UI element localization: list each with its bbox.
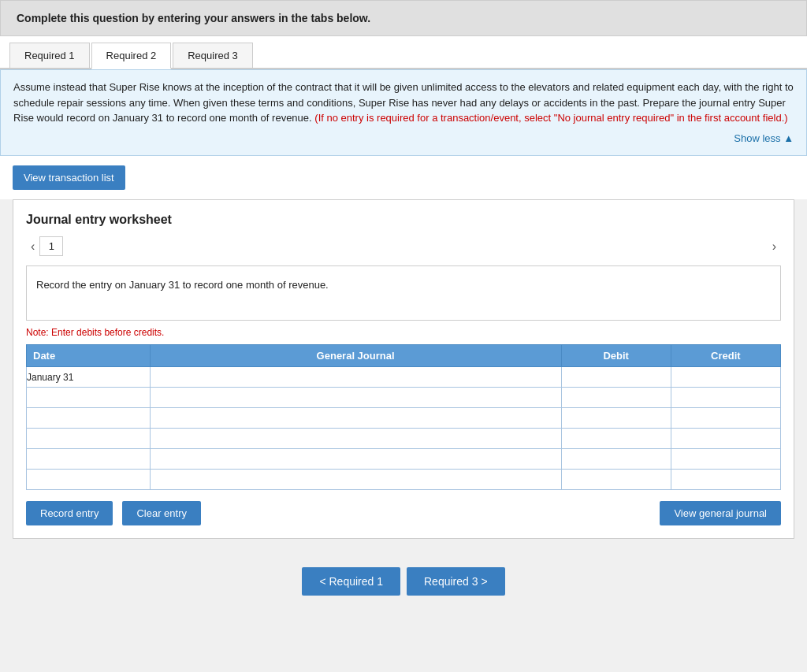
col-header-credit: Credit	[671, 345, 780, 367]
debit-cell-4[interactable]	[561, 429, 671, 449]
credit-cell-4[interactable]	[671, 429, 780, 449]
worksheet-title: Journal entry worksheet	[26, 213, 781, 227]
transaction-btn-area: View transaction list	[0, 156, 807, 199]
debit-cell-3[interactable]	[561, 408, 671, 429]
debit-input-2[interactable]	[562, 388, 671, 407]
debit-cell-5[interactable]	[561, 449, 671, 470]
col-header-date: Date	[27, 345, 151, 367]
description-area: Assume instead that Super Rise knows at …	[0, 69, 807, 156]
journal-input-5[interactable]	[151, 449, 561, 469]
date-cell-4	[27, 429, 151, 449]
journal-cell-6[interactable]	[150, 470, 561, 490]
debit-before-credits-note: Note: Enter debits before credits.	[26, 327, 781, 338]
journal-input-3[interactable]	[151, 408, 561, 428]
next-page-arrow[interactable]: ›	[768, 238, 781, 255]
journal-cell-1[interactable]	[150, 367, 561, 388]
entry-description-box: Record the entry on January 31 to record…	[26, 265, 781, 321]
journal-cell-4[interactable]	[150, 429, 561, 449]
worksheet-buttons: Record entry Clear entry View general jo…	[26, 501, 781, 525]
header-instruction: Complete this question by entering your …	[17, 12, 370, 24]
date-cell-2	[27, 388, 151, 408]
debit-cell-2[interactable]	[561, 388, 671, 408]
credit-input-4[interactable]	[671, 429, 780, 448]
table-row	[27, 408, 781, 429]
journal-cell-5[interactable]	[150, 449, 561, 470]
tab-required2[interactable]: Required 2	[91, 43, 172, 69]
debit-input-4[interactable]	[562, 429, 671, 448]
credit-input-2[interactable]	[671, 388, 780, 407]
date-cell-1: January 31	[27, 367, 151, 388]
table-row	[27, 449, 781, 470]
bottom-nav: < Required 1 Required 3 >	[0, 551, 807, 603]
journal-input-6[interactable]	[151, 470, 561, 489]
credit-cell-1[interactable]	[671, 367, 780, 388]
credit-input-6[interactable]	[671, 470, 780, 489]
credit-input-5[interactable]	[671, 449, 780, 469]
date-cell-5	[27, 449, 151, 470]
col-header-debit: Debit	[561, 345, 671, 367]
journal-input-2[interactable]	[151, 388, 561, 407]
clear-entry-button[interactable]: Clear entry	[122, 501, 201, 525]
credit-cell-5[interactable]	[671, 449, 780, 470]
debit-cell-1[interactable]	[561, 367, 671, 388]
journal-input-4[interactable]	[151, 429, 561, 448]
description-red-note-text: (If no entry is required for a transacti…	[314, 112, 787, 124]
date-cell-3	[27, 408, 151, 429]
prev-page-arrow[interactable]: ‹	[26, 238, 39, 255]
next-required-button[interactable]: Required 3 >	[407, 567, 505, 596]
page-number: 1	[39, 236, 63, 256]
journal-table: Date General Journal Debit Credit Januar…	[26, 344, 781, 490]
col-header-journal: General Journal	[150, 345, 561, 367]
show-less-link[interactable]: Show less ▲	[13, 126, 794, 147]
debit-input-1[interactable]	[562, 367, 671, 387]
header-banner: Complete this question by entering your …	[0, 0, 807, 36]
credit-cell-3[interactable]	[671, 408, 780, 429]
date-cell-6	[27, 470, 151, 490]
journal-input-1[interactable]	[151, 367, 561, 387]
credit-input-1[interactable]	[671, 367, 780, 387]
debit-input-6[interactable]	[562, 470, 671, 489]
page-nav: ‹ 1 ›	[26, 236, 781, 256]
table-row	[27, 388, 781, 408]
worksheet-container: Journal entry worksheet ‹ 1 › Record the…	[13, 199, 794, 539]
view-transaction-list-button[interactable]: View transaction list	[13, 165, 125, 190]
credit-cell-6[interactable]	[671, 470, 780, 490]
table-row: January 31	[27, 367, 781, 388]
tabs-container: Required 1 Required 2 Required 3	[0, 36, 807, 69]
record-entry-button[interactable]: Record entry	[26, 501, 113, 525]
credit-input-3[interactable]	[671, 408, 780, 428]
tab-required3[interactable]: Required 3	[173, 43, 253, 68]
tab-required1[interactable]: Required 1	[9, 43, 90, 68]
debit-input-5[interactable]	[562, 449, 671, 469]
debit-cell-6[interactable]	[561, 470, 671, 490]
table-row	[27, 429, 781, 449]
prev-required-button[interactable]: < Required 1	[302, 567, 400, 596]
journal-cell-2[interactable]	[150, 388, 561, 408]
journal-cell-3[interactable]	[150, 408, 561, 429]
credit-cell-2[interactable]	[671, 388, 780, 408]
table-row	[27, 470, 781, 490]
view-general-journal-button[interactable]: View general journal	[660, 501, 781, 525]
debit-input-3[interactable]	[562, 408, 671, 428]
entry-description-text: Record the entry on January 31 to record…	[36, 279, 329, 291]
